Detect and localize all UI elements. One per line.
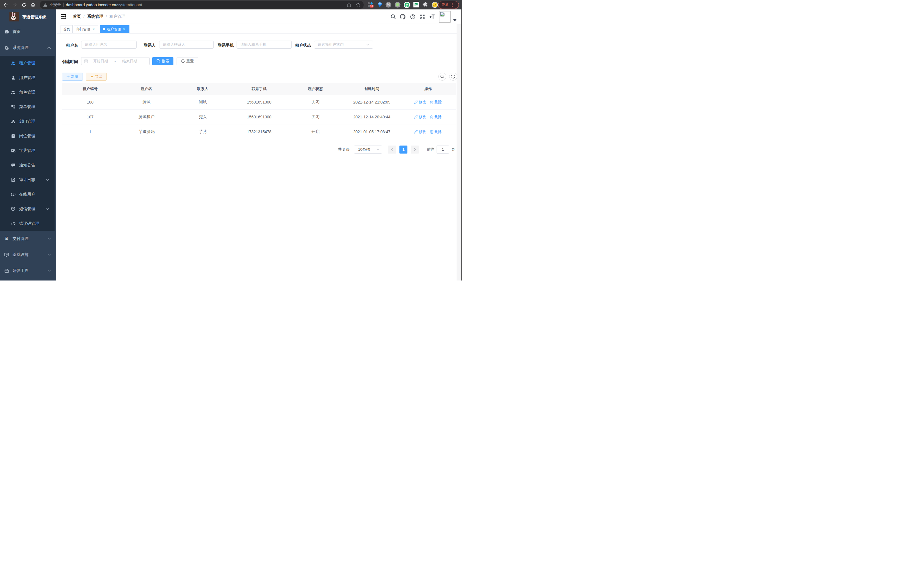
svg-text:y: y	[406, 3, 408, 7]
svg-text:10: 10	[370, 5, 373, 8]
svg-text:⌘: ⌘	[387, 3, 390, 7]
